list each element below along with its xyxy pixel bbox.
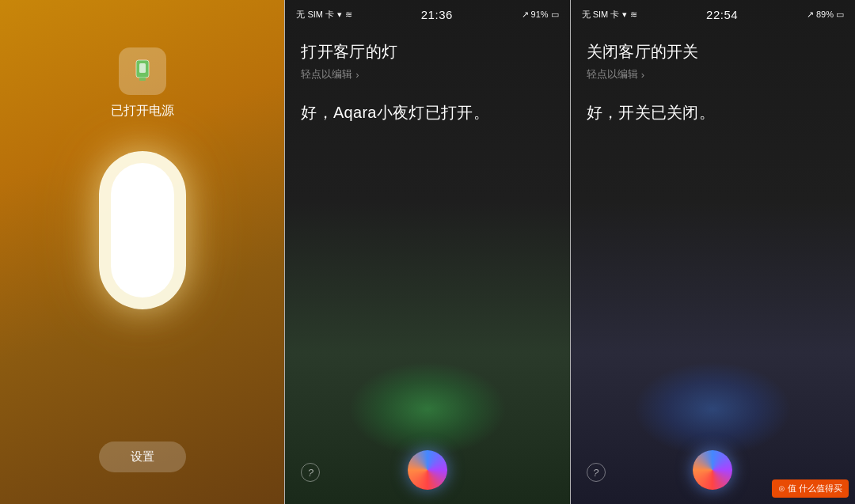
time-panel2: 21:36 xyxy=(421,8,453,21)
siri-orb-panel2[interactable] xyxy=(408,450,447,490)
watermark-text: 值 什么值得买 xyxy=(788,483,842,493)
siri-edit-label-panel2: 轻点以编辑 xyxy=(301,67,352,81)
switch-visual xyxy=(99,151,186,309)
power-icon-container xyxy=(119,47,166,95)
siri-response-panel3: 好，开关已关闭。 xyxy=(587,100,839,124)
panel-smart-home: 已打开电源 设置 xyxy=(0,0,284,504)
switch-inner xyxy=(111,163,174,297)
settings-button[interactable]: 设置 xyxy=(99,441,186,472)
status-bar-panel2: 无 SIM 卡 ▾ ≋ 21:36 ↗ 91% ▭ xyxy=(285,3,569,25)
siri-content-panel2: 打开客厅的灯 轻点以编辑 › 好，Aqara小夜灯已打开。 xyxy=(285,25,569,346)
battery-pct-panel3: 89% xyxy=(816,9,834,19)
signal-icon-panel2: ≋ xyxy=(345,9,352,20)
siri-content-panel3: 关闭客厅的开关 轻点以编辑 › 好，开关已关闭。 xyxy=(571,25,855,346)
power-icon xyxy=(130,59,155,84)
siri-edit-arrow-panel2: › xyxy=(355,69,359,81)
location-icon-panel3: ↗ xyxy=(807,9,814,20)
power-on-label: 已打开电源 xyxy=(111,103,174,119)
siri-glow-panel2 xyxy=(348,362,507,457)
siri-help-panel3[interactable]: ? xyxy=(587,463,606,482)
siri-help-panel2[interactable]: ? xyxy=(301,463,320,482)
battery-icon-panel3: ▭ xyxy=(836,9,844,20)
siri-title-panel2: 打开客厅的灯 xyxy=(301,41,553,63)
siri-bottom-panel2: ? xyxy=(285,346,569,504)
panel-siri-switch: 无 SIM 卡 ▾ ≋ 22:54 ↗ 89% ▭ 关闭客厅的开关 轻点以编辑 … xyxy=(571,0,855,504)
status-right-panel2: ↗ 91% ▭ xyxy=(522,9,559,20)
status-bar-panel3: 无 SIM 卡 ▾ ≋ 22:54 ↗ 89% ▭ xyxy=(571,3,855,25)
siri-glow-panel3 xyxy=(633,362,792,457)
siri-edit-row-panel2[interactable]: 轻点以编辑 › xyxy=(301,67,553,81)
battery-icon-panel2: ▭ xyxy=(551,9,559,20)
location-icon-panel2: ↗ xyxy=(522,9,529,20)
carrier-panel2: 无 SIM 卡 xyxy=(296,9,334,21)
siri-response-panel2: 好，Aqara小夜灯已打开。 xyxy=(301,100,553,124)
wifi-icon-panel3: ▾ xyxy=(622,9,627,20)
carrier-panel3: 无 SIM 卡 xyxy=(582,9,620,21)
siri-title-panel3: 关闭客厅的开关 xyxy=(587,41,839,63)
status-left-panel2: 无 SIM 卡 ▾ ≋ xyxy=(296,9,352,21)
signal-icon-panel3: ≋ xyxy=(630,9,637,20)
watermark-icon: ⊙ xyxy=(778,483,785,493)
time-panel3: 22:54 xyxy=(706,8,738,21)
status-left-panel3: 无 SIM 卡 ▾ ≋ xyxy=(582,9,638,21)
watermark: ⊙ 值 什么值得买 xyxy=(772,479,849,498)
siri-edit-row-panel3[interactable]: 轻点以编辑 › xyxy=(587,67,839,81)
siri-edit-arrow-panel3: › xyxy=(641,69,644,81)
svg-rect-2 xyxy=(139,78,146,81)
status-right-panel3: ↗ 89% ▭ xyxy=(807,9,844,20)
svg-rect-1 xyxy=(139,63,146,73)
siri-orb-panel3[interactable] xyxy=(693,450,732,490)
battery-pct-panel2: 91% xyxy=(531,9,549,19)
siri-edit-label-panel3: 轻点以编辑 xyxy=(587,67,638,81)
wifi-icon-panel2: ▾ xyxy=(337,9,342,20)
panel-siri-light: 无 SIM 卡 ▾ ≋ 21:36 ↗ 91% ▭ 打开客厅的灯 轻点以编辑 ›… xyxy=(285,0,569,504)
